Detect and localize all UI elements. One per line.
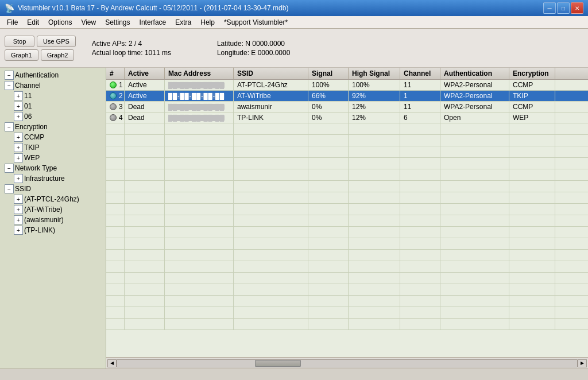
table-area: # Active Mac Address SSID Signal High Si… [106,68,588,369]
empty-cell [308,204,349,215]
toolbar: Stop Use GPS Graph1 Graph2 Active APs: 2… [0,29,588,68]
table-row[interactable]: 1 Active ██-██-██-██-██ AT-PTCL-24Ghz 10… [106,80,588,91]
empty-cell [125,273,165,284]
table-row[interactable]: 4 Dead ██-██-██-██-██ TP-LINK 0% 12% 6 O… [106,113,588,123]
empty-cell [308,135,349,146]
mac-address: ██-██-██-██-██ [168,93,225,99]
sidebar-item-ch06[interactable]: + 06 [0,111,106,122]
sidebar-item-infrastructure[interactable]: + Infrastructure [0,173,106,184]
menu-item-interface[interactable]: Interface [135,17,171,28]
menu-item-help[interactable]: Help [196,17,219,28]
sidebar-item-ssid[interactable]: − SSID [0,184,106,194]
table-row-empty [106,307,588,319]
table-row-empty [106,261,588,273]
empty-cell [308,227,349,238]
table-row[interactable]: 3 Dead ██-██-██-██-██ awaismunir 0% 12% … [106,102,588,113]
empty-cell [349,296,400,307]
empty-cell [440,296,509,307]
cell-channel: 6 [400,113,440,123]
col-header-ssid: SSID [234,68,308,79]
menu-item-view[interactable]: View [76,17,100,28]
sidebar-label-channel: Channel [15,82,41,90]
empty-cell [349,135,400,146]
sidebar-item-ccmp[interactable]: + CCMP [0,132,106,142]
cell-enc: CCMP [509,102,555,112]
empty-cell [165,238,234,249]
sidebar-item-tkip[interactable]: + TKIP [0,142,106,153]
empty-cell [165,296,234,307]
sidebar-item-encryption[interactable]: − Encryption [0,122,106,132]
collapse-icon: − [5,122,14,131]
sidebar-item-ch01[interactable]: + 01 [0,101,106,111]
menu-item-edit[interactable]: Edit [22,17,44,28]
empty-cell [349,227,400,238]
sidebar-item-channel[interactable]: − Channel [0,80,106,91]
sidebar-item-ssid-atptcl[interactable]: + (AT-PTCL-24Ghz) [0,194,106,204]
scrollbar-track[interactable] [117,359,578,367]
empty-cell [349,284,400,295]
graph2-button[interactable]: Graph2 [41,49,75,61]
sidebar-item-ch11[interactable]: + 11 [0,91,106,101]
sidebar-label-ch11: 11 [24,92,32,100]
empty-cell [509,227,555,238]
empty-cell [234,319,308,329]
empty-cell [400,215,440,226]
table-body[interactable]: 1 Active ██-██-██-██-██ AT-PTCL-24Ghz 10… [106,80,588,357]
expand-icon: − [5,71,14,80]
empty-cell [308,158,349,169]
empty-cell [106,158,125,169]
empty-cell [349,319,400,329]
expand-icon: + [14,153,23,162]
table-row[interactable]: 2 Active ██-██-██-██-██ AT-WiTribe 66% 9… [106,91,588,102]
sidebar-label-encryption: Encryption [15,123,48,131]
empty-cell [234,261,308,272]
empty-cell [106,273,125,284]
empty-cell [125,181,165,192]
empty-cell [125,319,165,329]
empty-cell [400,204,440,215]
menu-item-options[interactable]: Options [44,17,76,28]
empty-cell [165,181,234,192]
minimize-button[interactable]: ─ [543,2,556,14]
empty-cell [125,307,165,318]
scroll-left-button[interactable]: ◀ [107,359,117,367]
empty-cell [509,296,555,307]
horizontal-scrollbar[interactable]: ◀ ▶ [106,357,588,369]
empty-cell [125,227,165,238]
empty-cell [509,238,555,249]
close-button[interactable]: ✕ [571,2,583,14]
empty-cell [440,215,509,226]
empty-cell [509,261,555,272]
scrollbar-thumb[interactable] [255,360,301,367]
sidebar-item-networktype[interactable]: − Network Type [0,163,106,173]
graph1-button[interactable]: Graph1 [5,49,38,61]
signal-dot-green [110,82,117,88]
sidebar-item-wep[interactable]: + WEP [0,153,106,163]
empty-cell [440,169,509,180]
menu-item-settings[interactable]: Settings [100,17,134,28]
stop-button[interactable]: Stop [5,36,34,47]
cell-auth: WPA2-Personal [440,80,509,90]
cell-highsignal: 92% [349,91,400,101]
maximize-button[interactable]: □ [557,2,570,14]
scroll-right-button[interactable]: ▶ [578,359,587,367]
sidebar-item-ssid-tplink[interactable]: + (TP-LINK) [0,225,106,235]
use-gps-button[interactable]: Use GPS [37,36,76,47]
sidebar-item-authentication[interactable]: − Authentication [0,70,106,80]
sidebar: − Authentication − Channel + 11 + 01 + 0… [0,68,106,369]
sidebar-item-ssid-awaismunir[interactable]: + (awaismunir) [0,215,106,225]
empty-cell [165,284,234,295]
menu-item-supportvistumbler[interactable]: *Support Vistumbler* [219,17,292,28]
collapse-icon: − [5,81,14,90]
empty-cell [106,227,125,238]
cell-channel: 11 [400,102,440,112]
cell-ssid: awaismunir [234,102,308,112]
empty-cell [349,215,400,226]
empty-cell [106,204,125,215]
menu-item-extra[interactable]: Extra [171,17,196,28]
sidebar-item-ssid-atwitribe[interactable]: + (AT-WiTribe) [0,204,106,215]
menu-item-file[interactable]: File [2,17,22,28]
cell-highsignal: 12% [349,102,400,112]
cell-signal: 0% [308,113,349,123]
empty-cell [349,204,400,215]
